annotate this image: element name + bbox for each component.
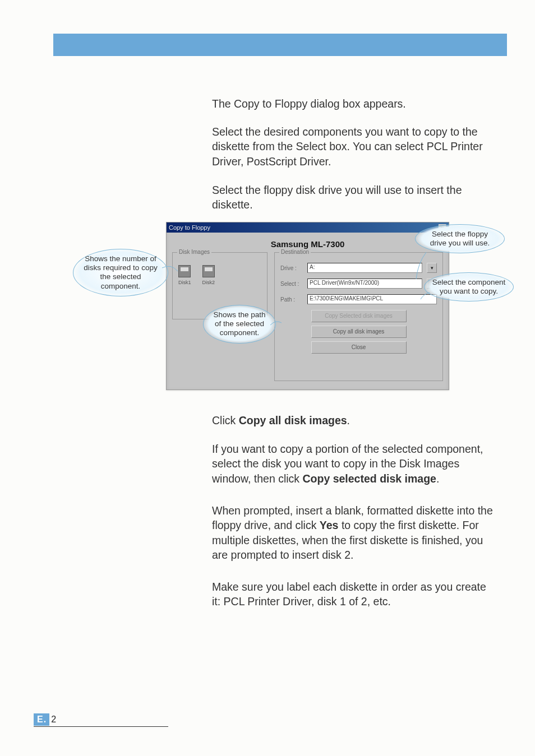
label-drive: Drive : (280, 265, 303, 271)
label-path: Path : (280, 296, 303, 303)
floppy-icon (178, 265, 191, 277)
disk-image-1[interactable]: Disk1 (178, 265, 191, 285)
callout-tail (162, 265, 179, 275)
paragraph-label-note: Make sure you label each diskette in ord… (212, 579, 495, 609)
paragraph-copy-portion: If you want to copy a portion of the sel… (212, 442, 495, 486)
label-select: Select : (280, 281, 303, 287)
close-button[interactable]: Close (311, 341, 407, 354)
component-select[interactable]: PCL Driver(Win9x/NT/2000) (307, 279, 422, 289)
bold-yes: Yes (320, 519, 339, 531)
callout-path: Shows the path of the selected component… (203, 305, 276, 344)
footer-rule (34, 726, 168, 727)
callout-component: Select the component you want to copy. (424, 272, 514, 302)
page-header-band (53, 34, 507, 56)
groupbox-legend-destination: Destination (279, 249, 311, 255)
paragraph-select-components: Select the desired components you want t… (212, 124, 495, 169)
callout-disks: Shows the number of disks required to co… (73, 249, 168, 296)
copy-all-button[interactable]: Copy all disk images (311, 326, 407, 338)
text-fragment: Click (212, 414, 239, 426)
disk-label: Disk2 (202, 280, 215, 285)
bold-copy-all: Copy all disk images (239, 414, 347, 426)
disk-image-2[interactable]: Disk2 (202, 265, 215, 285)
text-fragment: . (436, 472, 439, 485)
copy-selected-button[interactable]: Copy Selected disk images (311, 310, 407, 322)
path-field[interactable]: E:\7300\ENG\MAKEIMG\PCL (307, 294, 437, 304)
paragraph-intro: The Copy to Floppy dialog box appears. (212, 96, 495, 111)
page-footer-tag: E.2 (34, 713, 56, 726)
dialog-title: Copy to Floppy (169, 224, 210, 231)
paragraph-prompt: When prompted, insert a blank, formatted… (212, 503, 495, 562)
text-fragment: . (347, 414, 350, 426)
paragraph-click-copy-all: Click Copy all disk images. (212, 413, 495, 428)
disk-label: Disk1 (178, 280, 191, 285)
footer-section: E. (34, 713, 49, 726)
paragraph-select-drive: Select the floppy disk drive you will us… (212, 183, 495, 212)
callout-tail (419, 291, 431, 300)
drive-select[interactable]: A: (307, 263, 422, 273)
callout-drive: Select the floppy drive you will use. (415, 224, 505, 253)
callout-tail (270, 319, 283, 328)
groupbox-legend-disk-images: Disk Images (177, 249, 211, 255)
footer-page: 2 (49, 715, 56, 725)
dialog-titlebar: Copy to Floppy × (167, 222, 449, 233)
floppy-icon (202, 265, 215, 277)
bold-copy-selected: Copy selected disk image (303, 472, 436, 485)
